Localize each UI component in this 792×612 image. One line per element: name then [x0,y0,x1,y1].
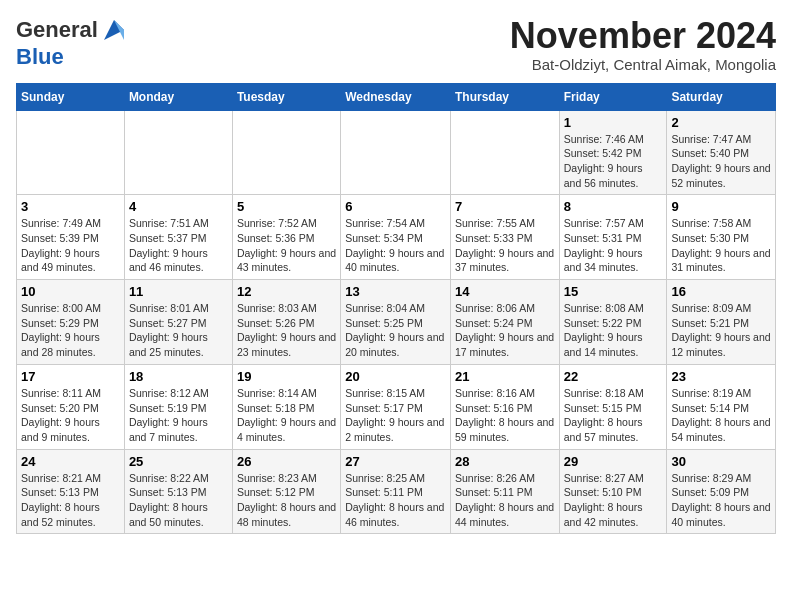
day-detail: Sunrise: 8:08 AM Sunset: 5:22 PM Dayligh… [564,301,663,360]
day-number: 29 [564,454,663,469]
calendar-day-cell: 20Sunrise: 8:15 AM Sunset: 5:17 PM Dayli… [341,364,451,449]
calendar-day-cell [232,110,340,195]
day-detail: Sunrise: 7:55 AM Sunset: 5:33 PM Dayligh… [455,216,555,275]
day-detail: Sunrise: 7:49 AM Sunset: 5:39 PM Dayligh… [21,216,120,275]
location-title: Bat-Oldziyt, Central Aimak, Mongolia [510,56,776,73]
day-number: 1 [564,115,663,130]
day-number: 9 [671,199,771,214]
weekday-header-tuesday: Tuesday [232,83,340,110]
day-detail: Sunrise: 8:00 AM Sunset: 5:29 PM Dayligh… [21,301,120,360]
day-number: 24 [21,454,120,469]
day-number: 10 [21,284,120,299]
calendar-day-cell: 15Sunrise: 8:08 AM Sunset: 5:22 PM Dayli… [559,280,667,365]
day-detail: Sunrise: 8:09 AM Sunset: 5:21 PM Dayligh… [671,301,771,360]
day-number: 16 [671,284,771,299]
day-detail: Sunrise: 7:52 AM Sunset: 5:36 PM Dayligh… [237,216,336,275]
calendar-day-cell: 7Sunrise: 7:55 AM Sunset: 5:33 PM Daylig… [450,195,559,280]
calendar-day-cell: 18Sunrise: 8:12 AM Sunset: 5:19 PM Dayli… [124,364,232,449]
calendar-day-cell: 5Sunrise: 7:52 AM Sunset: 5:36 PM Daylig… [232,195,340,280]
day-detail: Sunrise: 8:26 AM Sunset: 5:11 PM Dayligh… [455,471,555,530]
logo-general: General [16,17,98,42]
day-number: 26 [237,454,336,469]
calendar-week-row: 24Sunrise: 8:21 AM Sunset: 5:13 PM Dayli… [17,449,776,534]
day-number: 8 [564,199,663,214]
calendar-day-cell: 29Sunrise: 8:27 AM Sunset: 5:10 PM Dayli… [559,449,667,534]
calendar-day-cell: 14Sunrise: 8:06 AM Sunset: 5:24 PM Dayli… [450,280,559,365]
calendar-day-cell: 28Sunrise: 8:26 AM Sunset: 5:11 PM Dayli… [450,449,559,534]
calendar-day-cell [341,110,451,195]
day-detail: Sunrise: 8:03 AM Sunset: 5:26 PM Dayligh… [237,301,336,360]
calendar-day-cell: 4Sunrise: 7:51 AM Sunset: 5:37 PM Daylig… [124,195,232,280]
calendar-day-cell: 22Sunrise: 8:18 AM Sunset: 5:15 PM Dayli… [559,364,667,449]
calendar-day-cell: 27Sunrise: 8:25 AM Sunset: 5:11 PM Dayli… [341,449,451,534]
title-block: November 2024 Bat-Oldziyt, Central Aimak… [510,16,776,73]
day-number: 27 [345,454,446,469]
weekday-header-wednesday: Wednesday [341,83,451,110]
day-number: 14 [455,284,555,299]
calendar-day-cell: 17Sunrise: 8:11 AM Sunset: 5:20 PM Dayli… [17,364,125,449]
calendar-day-cell: 21Sunrise: 8:16 AM Sunset: 5:16 PM Dayli… [450,364,559,449]
day-number: 5 [237,199,336,214]
page-header: General Blue November 2024 Bat-Oldziyt, … [16,16,776,73]
calendar-day-cell: 11Sunrise: 8:01 AM Sunset: 5:27 PM Dayli… [124,280,232,365]
month-title: November 2024 [510,16,776,56]
calendar-day-cell: 2Sunrise: 7:47 AM Sunset: 5:40 PM Daylig… [667,110,776,195]
day-detail: Sunrise: 8:25 AM Sunset: 5:11 PM Dayligh… [345,471,446,530]
calendar-day-cell [124,110,232,195]
day-detail: Sunrise: 8:06 AM Sunset: 5:24 PM Dayligh… [455,301,555,360]
calendar-day-cell [17,110,125,195]
logo: General Blue [16,16,128,70]
day-number: 25 [129,454,228,469]
calendar-day-cell: 16Sunrise: 8:09 AM Sunset: 5:21 PM Dayli… [667,280,776,365]
calendar-day-cell [450,110,559,195]
day-number: 15 [564,284,663,299]
day-detail: Sunrise: 8:19 AM Sunset: 5:14 PM Dayligh… [671,386,771,445]
day-detail: Sunrise: 7:47 AM Sunset: 5:40 PM Dayligh… [671,132,771,191]
day-number: 17 [21,369,120,384]
calendar-day-cell: 12Sunrise: 8:03 AM Sunset: 5:26 PM Dayli… [232,280,340,365]
calendar-week-row: 17Sunrise: 8:11 AM Sunset: 5:20 PM Dayli… [17,364,776,449]
calendar-day-cell: 13Sunrise: 8:04 AM Sunset: 5:25 PM Dayli… [341,280,451,365]
day-detail: Sunrise: 8:21 AM Sunset: 5:13 PM Dayligh… [21,471,120,530]
day-detail: Sunrise: 8:12 AM Sunset: 5:19 PM Dayligh… [129,386,228,445]
calendar-day-cell: 1Sunrise: 7:46 AM Sunset: 5:42 PM Daylig… [559,110,667,195]
day-detail: Sunrise: 8:27 AM Sunset: 5:10 PM Dayligh… [564,471,663,530]
day-number: 11 [129,284,228,299]
calendar-day-cell: 26Sunrise: 8:23 AM Sunset: 5:12 PM Dayli… [232,449,340,534]
day-number: 23 [671,369,771,384]
weekday-header-monday: Monday [124,83,232,110]
day-detail: Sunrise: 7:51 AM Sunset: 5:37 PM Dayligh… [129,216,228,275]
day-number: 30 [671,454,771,469]
calendar-week-row: 10Sunrise: 8:00 AM Sunset: 5:29 PM Dayli… [17,280,776,365]
day-detail: Sunrise: 8:23 AM Sunset: 5:12 PM Dayligh… [237,471,336,530]
day-number: 22 [564,369,663,384]
day-number: 12 [237,284,336,299]
day-number: 4 [129,199,228,214]
weekday-header-thursday: Thursday [450,83,559,110]
day-detail: Sunrise: 8:15 AM Sunset: 5:17 PM Dayligh… [345,386,446,445]
weekday-header-saturday: Saturday [667,83,776,110]
day-detail: Sunrise: 8:14 AM Sunset: 5:18 PM Dayligh… [237,386,336,445]
calendar-day-cell: 24Sunrise: 8:21 AM Sunset: 5:13 PM Dayli… [17,449,125,534]
day-number: 2 [671,115,771,130]
calendar-header-row: SundayMondayTuesdayWednesdayThursdayFrid… [17,83,776,110]
day-number: 18 [129,369,228,384]
day-number: 3 [21,199,120,214]
calendar-day-cell: 23Sunrise: 8:19 AM Sunset: 5:14 PM Dayli… [667,364,776,449]
calendar-week-row: 3Sunrise: 7:49 AM Sunset: 5:39 PM Daylig… [17,195,776,280]
calendar-day-cell: 30Sunrise: 8:29 AM Sunset: 5:09 PM Dayli… [667,449,776,534]
logo-blue: Blue [16,44,128,70]
calendar-day-cell: 25Sunrise: 8:22 AM Sunset: 5:13 PM Dayli… [124,449,232,534]
day-detail: Sunrise: 7:57 AM Sunset: 5:31 PM Dayligh… [564,216,663,275]
day-number: 19 [237,369,336,384]
day-detail: Sunrise: 8:18 AM Sunset: 5:15 PM Dayligh… [564,386,663,445]
calendar-day-cell: 3Sunrise: 7:49 AM Sunset: 5:39 PM Daylig… [17,195,125,280]
day-number: 28 [455,454,555,469]
calendar-day-cell: 8Sunrise: 7:57 AM Sunset: 5:31 PM Daylig… [559,195,667,280]
calendar-day-cell: 6Sunrise: 7:54 AM Sunset: 5:34 PM Daylig… [341,195,451,280]
weekday-header-friday: Friday [559,83,667,110]
day-number: 6 [345,199,446,214]
weekday-header-sunday: Sunday [17,83,125,110]
calendar-table: SundayMondayTuesdayWednesdayThursdayFrid… [16,83,776,535]
day-detail: Sunrise: 7:46 AM Sunset: 5:42 PM Dayligh… [564,132,663,191]
